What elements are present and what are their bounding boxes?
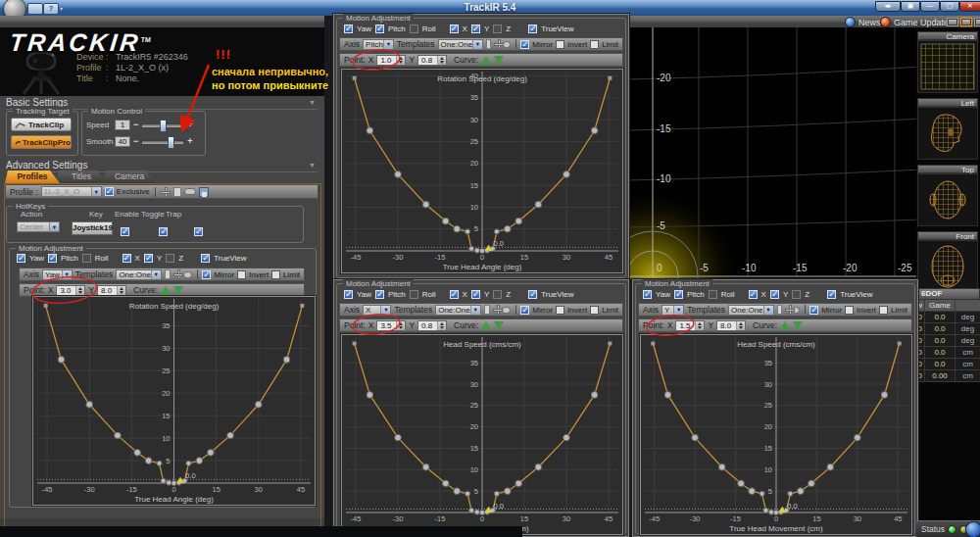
checkbox-pitch[interactable] xyxy=(674,290,683,299)
hotkey-enable-checkbox[interactable] xyxy=(121,227,129,236)
spinner-arrows-icon[interactable] xyxy=(437,321,446,330)
checkbox-z[interactable] xyxy=(792,290,801,299)
curve-up-icon[interactable] xyxy=(161,286,171,295)
axis-select[interactable]: X▼ xyxy=(363,305,391,316)
profile-select[interactable]: 1L-2_X_O▼ xyxy=(41,186,102,197)
mirror-checkbox[interactable] xyxy=(809,306,818,315)
remove-point-icon[interactable] xyxy=(183,271,192,278)
slider-thumb[interactable] xyxy=(160,120,167,132)
checkbox-x[interactable] xyxy=(450,290,459,299)
checkbox-yaw[interactable] xyxy=(344,290,353,299)
curve-up-icon[interactable] xyxy=(780,321,790,330)
minus-button[interactable]: − xyxy=(133,136,138,146)
checkbox-roll[interactable] xyxy=(410,290,418,299)
plus-button[interactable]: + xyxy=(187,136,192,146)
copy-curve-icon[interactable] xyxy=(484,305,490,315)
camera-view-thumb[interactable] xyxy=(917,40,978,93)
advanced-settings-header[interactable]: Advanced Settings▼ xyxy=(6,160,318,172)
snap-button[interactable]: ◂▸ xyxy=(875,1,901,12)
spinner-arrows-icon[interactable] xyxy=(736,321,745,330)
point-y-spinner[interactable]: 8.0 xyxy=(97,285,126,296)
curve-chart-pitch[interactable]: 0.0-45-30-150153045510152025303540Rotati… xyxy=(341,69,623,273)
checkbox-roll[interactable] xyxy=(709,290,717,299)
mirror-checkbox[interactable] xyxy=(520,306,529,315)
trackclippro-button[interactable]: TrackClipPro xyxy=(11,135,72,149)
point-y-spinner[interactable]: 0.8 xyxy=(417,55,447,66)
point-y-spinner[interactable]: 0.8 xyxy=(417,320,447,331)
spinner-arrows-icon[interactable] xyxy=(437,56,446,65)
point-x-spinner[interactable]: 1.0 xyxy=(376,55,406,66)
add-point-icon[interactable] xyxy=(494,39,500,49)
hotkey-key-button[interactable]: Joystick19 xyxy=(72,221,113,235)
checkbox-yaw[interactable] xyxy=(17,254,25,263)
curve-chart-y[interactable]: 0.0-45-30-1501530455101520253035Head Spe… xyxy=(640,334,912,535)
hotkey-toggle-checkbox[interactable] xyxy=(159,227,168,236)
checkbox-x[interactable] xyxy=(122,254,131,263)
invert-checkbox[interactable] xyxy=(556,306,564,315)
slider-thumb[interactable] xyxy=(168,136,174,149)
panel-view-icon[interactable] xyxy=(947,18,958,26)
checkbox-pitch[interactable] xyxy=(375,24,384,33)
limit-checkbox[interactable] xyxy=(271,270,280,279)
point-x-spinner[interactable]: 1.5 xyxy=(675,320,705,331)
mirror-checkbox[interactable] xyxy=(202,270,211,279)
checkbox-y[interactable] xyxy=(770,290,779,299)
spinner-arrows-icon[interactable] xyxy=(75,286,84,295)
checkbox-x[interactable] xyxy=(450,24,459,33)
checkbox-z[interactable] xyxy=(493,24,502,33)
point-x-spinner[interactable]: 3.0 xyxy=(56,285,85,296)
limit-checkbox[interactable] xyxy=(590,306,599,315)
minus-button[interactable]: − xyxy=(133,120,138,129)
checkbox-trueview[interactable] xyxy=(528,24,537,33)
maximize-button[interactable]: ▢ xyxy=(940,1,959,12)
close-button[interactable]: ✕ xyxy=(959,1,980,12)
remove-point-icon[interactable] xyxy=(502,307,511,314)
checkbox-trueview[interactable] xyxy=(528,290,537,299)
pin-button[interactable]: ▣ xyxy=(901,1,920,12)
minimize-button[interactable]: — xyxy=(920,1,940,12)
invert-checkbox[interactable] xyxy=(556,40,564,49)
axis-select[interactable]: Yaw▼ xyxy=(42,269,73,280)
copy-curve-icon[interactable] xyxy=(486,39,491,49)
curve-up-icon[interactable] xyxy=(481,56,491,65)
templates-select[interactable]: One:One▼ xyxy=(728,305,773,316)
limit-checkbox[interactable] xyxy=(590,40,599,49)
camera-view-header[interactable]: Camera xyxy=(917,31,978,40)
exclusive-checkbox[interactable] xyxy=(105,187,114,196)
taskbar-orb-icon[interactable] xyxy=(965,521,980,537)
left-view-header[interactable]: Left xyxy=(917,98,978,107)
limit-checkbox[interactable] xyxy=(879,306,888,315)
checkbox-pitch[interactable] xyxy=(375,290,384,299)
add-point-icon[interactable] xyxy=(493,305,500,315)
curve-down-icon[interactable] xyxy=(793,321,803,330)
left-view-thumb[interactable] xyxy=(917,107,978,160)
checkbox-roll[interactable] xyxy=(410,24,418,33)
add-point-icon[interactable] xyxy=(785,305,790,315)
checkbox-pitch[interactable] xyxy=(48,254,57,263)
checkbox-y[interactable] xyxy=(471,290,480,299)
copy-profile-icon[interactable] xyxy=(173,187,181,197)
templates-select[interactable]: One:One▼ xyxy=(438,39,483,50)
curve-down-icon[interactable] xyxy=(494,56,504,65)
checkbox-yaw[interactable] xyxy=(643,290,652,299)
trackclip-button[interactable]: TrackClip xyxy=(11,118,72,131)
checkbox-x[interactable] xyxy=(749,290,758,299)
checkbox-z[interactable] xyxy=(493,290,502,299)
save-profile-icon[interactable] xyxy=(199,187,209,197)
copy-curve-icon[interactable] xyxy=(165,269,171,279)
checkbox-y[interactable] xyxy=(471,24,480,33)
templates-select[interactable]: One:One▼ xyxy=(435,305,480,316)
panel-view-icon[interactable] xyxy=(974,18,980,26)
spinner-arrows-icon[interactable] xyxy=(117,286,125,295)
curve-up-icon[interactable] xyxy=(481,321,491,330)
top-view-thumb[interactable] xyxy=(917,173,978,226)
axis-select[interactable]: Pitch▼ xyxy=(363,39,394,50)
add-profile-icon[interactable] xyxy=(161,187,171,197)
point-y-spinner[interactable]: 8.0 xyxy=(716,320,746,331)
smooth-slider[interactable] xyxy=(141,136,184,147)
remove-profile-icon[interactable] xyxy=(184,188,196,195)
spinner-arrows-icon[interactable] xyxy=(695,321,704,330)
top-view-header[interactable]: Top xyxy=(917,165,978,173)
invert-checkbox[interactable] xyxy=(237,270,246,279)
front-view-thumb[interactable] xyxy=(917,240,978,293)
